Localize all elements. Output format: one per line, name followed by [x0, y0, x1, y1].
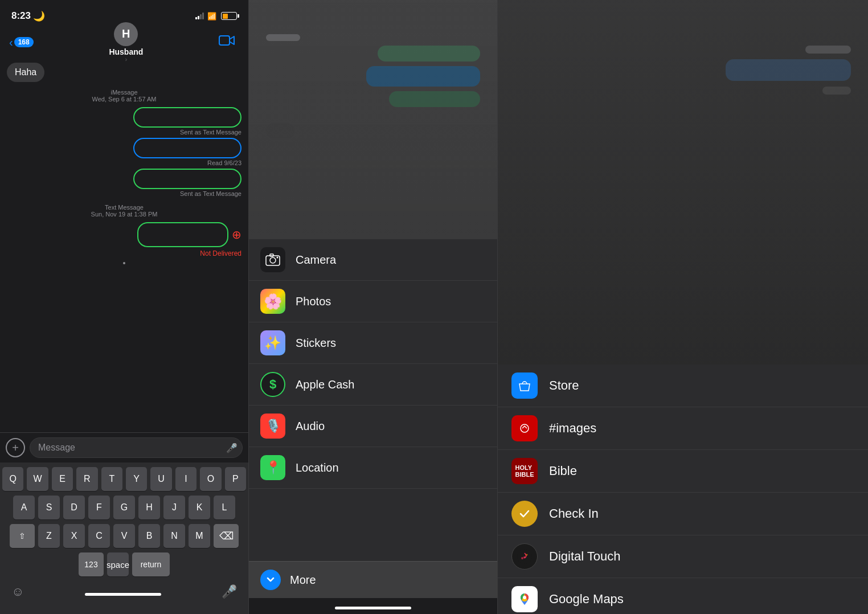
key-c[interactable]: C [88, 524, 110, 548]
picker-item-photos[interactable]: 🌸 Photos [249, 281, 497, 322]
key-g[interactable]: G [113, 496, 135, 519]
signal-bar-3 [200, 14, 202, 19]
signal-bar-4 [202, 13, 204, 19]
more-app-item-digital-touch[interactable]: Digital Touch [498, 535, 868, 578]
picker-item-camera[interactable]: Camera [249, 239, 497, 281]
key-n[interactable]: N [163, 524, 185, 548]
more-app-item-google-maps[interactable]: Google Maps [498, 578, 868, 614]
key-v[interactable]: V [113, 524, 135, 548]
picker-item-location[interactable]: 📍 Location [249, 447, 497, 489]
svg-point-2 [270, 257, 276, 263]
key-f[interactable]: F [88, 496, 110, 519]
typing-indicator [123, 262, 125, 264]
key-o[interactable]: O [200, 467, 221, 491]
key-z[interactable]: Z [38, 524, 60, 548]
key-b[interactable]: B [138, 524, 160, 548]
sent-text-bubble-row-1: Sent as Text Message [7, 107, 241, 136]
back-badge[interactable]: 168 [14, 37, 34, 47]
home-indicator [85, 593, 161, 596]
key-return[interactable]: return [132, 552, 170, 576]
more-app-item-bible[interactable]: HOLYBIBLE Bible [498, 450, 868, 493]
audio-label: Audio [296, 420, 325, 433]
home-bar [335, 607, 411, 609]
apple-cash-label: Apple Cash [296, 378, 354, 391]
key-i[interactable]: I [175, 467, 196, 491]
digital-touch-label: Digital Touch [549, 549, 621, 564]
more-app-item-store[interactable]: Store [498, 365, 868, 407]
key-r[interactable]: R [76, 467, 97, 491]
key-j[interactable]: J [163, 496, 185, 519]
keyboard-bottom-row: ☺ 🎤 [2, 581, 246, 609]
key-y[interactable]: Y [126, 467, 147, 491]
key-shift[interactable]: ⇧ [10, 524, 35, 548]
keyboard-row-4: 123 space return [2, 552, 246, 576]
picker-item-stickers[interactable]: ✨ Stickers [249, 322, 497, 364]
key-a[interactable]: A [13, 496, 35, 519]
key-u[interactable]: U [150, 467, 171, 491]
more-label: More [290, 574, 316, 587]
checkin-label: Check In [549, 506, 599, 521]
emoji-button[interactable]: ☺ [11, 584, 24, 599]
more-app-item-checkin[interactable]: Check In [498, 493, 868, 535]
camera-app-icon [260, 247, 285, 272]
sent-text-bubble-row-2: Sent as Text Message [7, 169, 241, 197]
more-app-item-images[interactable]: #images [498, 407, 868, 450]
more-chevron-icon [260, 570, 281, 590]
camera-label: Camera [296, 253, 336, 267]
key-q[interactable]: Q [2, 467, 23, 491]
key-p[interactable]: P [225, 467, 246, 491]
key-w[interactable]: W [27, 467, 48, 491]
store-label: Store [549, 378, 579, 393]
bible-label: Bible [549, 464, 577, 478]
key-x[interactable]: X [63, 524, 85, 548]
read-bubble-row: Read 9/6/23 [7, 138, 241, 166]
picker-item-audio[interactable]: 🎙️ Audio [249, 406, 497, 447]
back-button[interactable]: ‹ 168 [9, 36, 34, 49]
more-blur-background [498, 0, 868, 365]
avatar[interactable]: H [114, 22, 138, 46]
key-t[interactable]: T [101, 467, 122, 491]
input-placeholder: Message [38, 443, 75, 453]
key-h[interactable]: H [138, 496, 160, 519]
key-e[interactable]: E [52, 467, 73, 491]
key-123[interactable]: 123 [79, 552, 104, 576]
message-input-bar: + Message 🎤 [0, 432, 248, 462]
keyboard-mic-button[interactable]: 🎤 [222, 584, 237, 599]
photos-label: Photos [296, 295, 331, 308]
timestamp-text-message: Text Message Sun, Nov 19 at 1:38 PM [7, 204, 241, 218]
time-display: 8:23 [11, 10, 31, 22]
blur-overlay [249, 0, 497, 239]
key-k[interactable]: K [189, 496, 210, 519]
video-call-button[interactable] [219, 34, 239, 50]
more-bar[interactable]: More [249, 561, 497, 598]
sent-label-2: Sent as Text Message [180, 190, 241, 197]
photos-app-icon: 🌸 [260, 289, 285, 314]
key-m[interactable]: M [189, 524, 210, 548]
sent-blue-bubble [133, 138, 241, 158]
key-delete[interactable]: ⌫ [214, 524, 239, 548]
back-chevron-icon: ‹ [9, 36, 13, 49]
google-maps-label: Google Maps [549, 592, 624, 607]
picker-item-apple-cash[interactable]: $ Apple Cash [249, 364, 497, 406]
undelivered-bubble-row: ⊕ [7, 222, 241, 247]
keyboard-row-3: ⇧ Z X C V B N M ⌫ [2, 524, 246, 548]
svg-point-10 [523, 596, 526, 599]
key-s[interactable]: S [38, 496, 60, 519]
message-input-field[interactable]: Message 🎤 [30, 437, 243, 458]
svg-rect-3 [270, 254, 273, 256]
store-app-icon [511, 373, 538, 399]
images-app-icon [511, 415, 538, 441]
timestamp-imessage: iMessage Wed, Sep 6 at 1:57 AM [7, 89, 241, 103]
svg-rect-0 [219, 36, 230, 45]
picker-home-indicator [249, 598, 497, 614]
more-apps-panel: Store #images HOLYBIBLE Bible [498, 0, 868, 614]
app-picker-panel: Camera 🌸 Photos ✨ Stickers $ Apple Cash … [249, 0, 498, 614]
add-attachment-button[interactable]: + [6, 438, 25, 457]
key-d[interactable]: D [63, 496, 85, 519]
not-delivered-label: Not Delivered [7, 249, 241, 257]
signal-bar-2 [198, 16, 199, 19]
key-l[interactable]: L [214, 496, 235, 519]
mic-icon[interactable]: 🎤 [226, 443, 238, 453]
key-space[interactable]: space [107, 552, 129, 576]
contact-name[interactable]: Husband [109, 47, 143, 56]
